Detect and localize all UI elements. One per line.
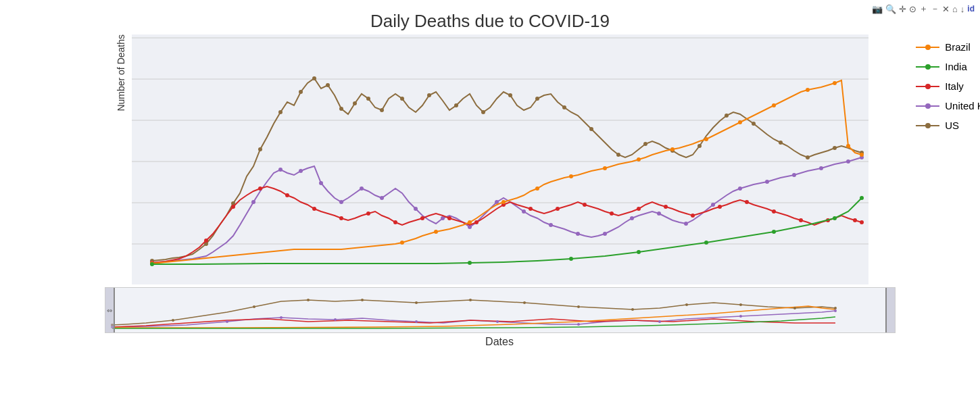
svg-point-27 — [643, 142, 647, 146]
reset-icon[interactable]: ✕ — [942, 4, 950, 14]
svg-point-49 — [549, 223, 553, 227]
legend-label-us: US — [945, 120, 959, 131]
svg-point-122 — [253, 305, 255, 308]
download-icon[interactable]: ↓ — [960, 4, 965, 14]
svg-point-100 — [738, 120, 742, 124]
svg-point-71 — [420, 216, 424, 220]
svg-point-54 — [684, 222, 688, 226]
lasso-icon[interactable]: ⊙ — [909, 4, 916, 14]
pan-icon[interactable]: ✛ — [899, 4, 906, 14]
svg-point-64 — [231, 205, 235, 209]
chart-svg: 0 500 1000 1500 2000 2500 — [132, 34, 868, 284]
zoomout-icon[interactable]: － — [931, 3, 939, 15]
svg-point-124 — [361, 299, 364, 301]
svg-point-16 — [366, 97, 370, 101]
svg-point-20 — [454, 103, 458, 107]
svg-point-78 — [610, 211, 614, 216]
mini-chart-left-handle[interactable]: ⇔ — [105, 288, 115, 332]
svg-point-48 — [522, 209, 526, 214]
svg-point-14 — [339, 107, 343, 111]
svg-point-24 — [562, 105, 566, 109]
x-axis-title: Dates — [485, 336, 514, 348]
svg-point-73 — [474, 220, 479, 224]
svg-point-59 — [819, 166, 823, 170]
svg-point-105 — [860, 153, 864, 157]
legend-label-brazil: Brazil — [945, 41, 971, 53]
svg-point-57 — [765, 180, 769, 184]
svg-point-85 — [799, 218, 803, 222]
svg-point-10 — [278, 110, 283, 114]
svg-point-52 — [630, 216, 634, 220]
mini-chart-section: ⇔ — [84, 287, 896, 333]
legend-label-uk: United Kingdom — [945, 100, 980, 111]
svg-point-25 — [589, 127, 593, 131]
svg-point-19 — [427, 93, 431, 97]
svg-point-70 — [393, 220, 397, 224]
svg-point-40 — [319, 181, 323, 185]
svg-point-128 — [577, 305, 580, 308]
svg-point-88 — [860, 220, 864, 224]
mini-chart-container[interactable]: ⇔ — [105, 287, 896, 333]
page-container: 📷 🔍 ✛ ⊙ ＋ － ✕ ⌂ ↓ id Daily Deaths due to… — [0, 0, 980, 400]
svg-point-41 — [339, 200, 343, 204]
svg-point-72 — [447, 216, 451, 220]
svg-point-126 — [469, 299, 472, 301]
svg-point-91 — [434, 230, 438, 234]
svg-point-112 — [833, 216, 837, 220]
svg-point-39 — [299, 169, 303, 173]
svg-point-29 — [697, 144, 702, 148]
svg-point-125 — [415, 301, 418, 304]
svg-point-38 — [278, 168, 283, 172]
svg-point-50 — [576, 232, 580, 236]
svg-point-33 — [806, 155, 810, 159]
svg-point-68 — [339, 216, 343, 220]
svg-point-130 — [685, 303, 688, 306]
svg-point-139 — [496, 320, 499, 323]
toolbar: 📷 🔍 ✛ ⊙ ＋ － ✕ ⌂ ↓ id — [872, 3, 975, 15]
svg-point-141 — [658, 320, 661, 323]
chart-plot-area: 0 500 1000 1500 2000 2500 — [132, 34, 868, 284]
plotly-logo: id — [967, 4, 975, 14]
svg-point-94 — [535, 186, 539, 191]
svg-point-77 — [583, 203, 587, 207]
svg-point-131 — [739, 303, 742, 306]
svg-point-133 — [834, 307, 837, 309]
camera-icon[interactable]: 📷 — [872, 4, 883, 14]
legend-item-brazil: Brazil — [916, 41, 980, 53]
svg-point-138 — [415, 320, 418, 323]
svg-point-93 — [501, 200, 506, 204]
svg-point-87 — [853, 218, 857, 222]
svg-point-11 — [299, 90, 303, 94]
svg-point-92 — [468, 220, 472, 224]
svg-point-56 — [738, 186, 742, 191]
svg-point-84 — [772, 209, 776, 214]
svg-point-32 — [779, 141, 783, 145]
svg-point-9 — [258, 147, 262, 151]
svg-point-104 — [846, 144, 850, 148]
svg-point-110 — [704, 241, 708, 245]
svg-point-15 — [353, 101, 357, 105]
chart-legend: Brazil India Italy — [916, 41, 980, 131]
svg-point-60 — [846, 159, 850, 164]
y-axis-label: Number of Deaths — [112, 34, 130, 111]
svg-point-34 — [833, 146, 837, 150]
svg-point-55 — [711, 203, 715, 207]
svg-point-63 — [204, 239, 208, 243]
mini-chart-svg — [105, 288, 842, 334]
house-icon[interactable]: ⌂ — [952, 4, 958, 14]
svg-point-96 — [603, 166, 607, 170]
zoomin-icon[interactable]: ＋ — [919, 3, 928, 15]
legend-label-india: India — [945, 61, 967, 72]
svg-point-51 — [603, 232, 607, 236]
svg-point-95 — [569, 174, 573, 178]
svg-point-103 — [833, 81, 837, 85]
svg-point-98 — [670, 147, 675, 151]
svg-point-30 — [725, 114, 729, 118]
svg-point-37 — [251, 200, 255, 204]
mini-chart-right-handle[interactable] — [885, 288, 895, 332]
svg-point-136 — [280, 316, 283, 319]
zoom-icon[interactable]: 🔍 — [885, 4, 896, 14]
svg-point-107 — [468, 261, 472, 265]
legend-item-india: India — [916, 61, 980, 72]
svg-point-101 — [772, 103, 776, 107]
